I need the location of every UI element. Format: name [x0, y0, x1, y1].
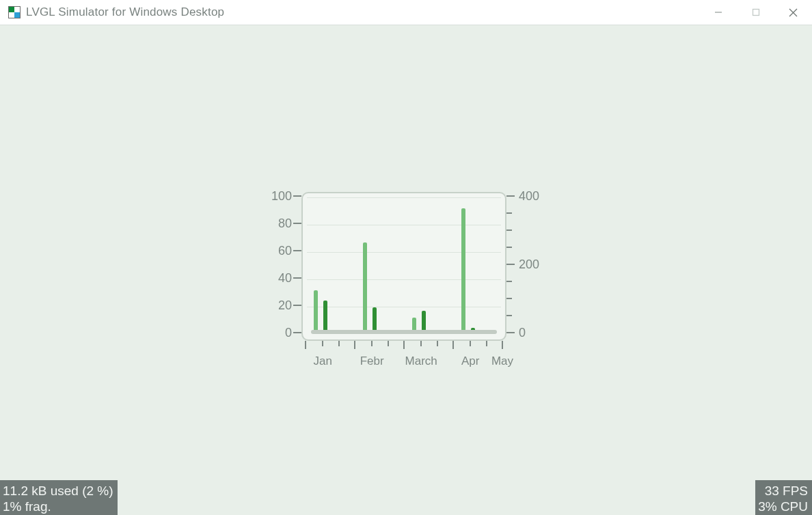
y-axis-left: 020406080100 — [256, 192, 301, 341]
chart-plot-area[interactable] — [301, 192, 506, 341]
y-left-tick-label: 100 — [271, 189, 292, 204]
x-tick-label: Jan — [313, 354, 331, 368]
y-left-tick-label: 0 — [285, 326, 292, 340]
bar-series2 — [422, 311, 426, 331]
y-right-tick-label: 400 — [519, 189, 539, 204]
y-left-tick-label: 20 — [278, 298, 292, 313]
x-tick-label: March — [405, 354, 437, 368]
bar-series1 — [412, 318, 416, 331]
y-left-tick-label: 40 — [278, 271, 292, 286]
x-axis: JanFebrMarchAprMay — [301, 341, 506, 389]
y-right-tick-label: 200 — [519, 258, 539, 272]
svg-rect-1 — [753, 10, 759, 16]
close-button[interactable] — [774, 0, 812, 25]
bar-series1 — [461, 208, 465, 331]
chart-scrollbar[interactable] — [311, 330, 497, 334]
window-title: LVGL Simulator for Windows Desktop — [26, 5, 224, 19]
cpu-line: 3% CPU — [758, 499, 808, 514]
x-tick-label: Febr — [360, 354, 384, 368]
app-icon — [8, 6, 21, 18]
memory-used: 11.2 kB used (2 %) — [3, 483, 113, 499]
bar-series1 — [363, 242, 367, 331]
y-axis-right: 0200400 — [506, 192, 561, 341]
bar-series2 — [323, 301, 327, 331]
y-left-tick-label: 80 — [278, 217, 292, 231]
y-left-tick-label: 60 — [278, 244, 292, 258]
perf-hud: 33 FPS 3% CPU — [755, 480, 812, 515]
maximize-button[interactable] — [737, 0, 774, 25]
bar-series1 — [314, 290, 318, 331]
fps-line: 33 FPS — [758, 483, 808, 499]
memory-frag: 1% frag. — [3, 499, 113, 514]
y-right-tick-label: 0 — [519, 326, 526, 340]
x-tick-label: May — [491, 354, 513, 368]
window-titlebar: LVGL Simulator for Windows Desktop — [0, 0, 812, 25]
bar-series2 — [373, 307, 377, 331]
memory-hud: 11.2 kB used (2 %) 1% frag. — [0, 480, 118, 515]
client-area: 020406080100 0200400 JanFebrMarchAprMay … — [0, 25, 812, 515]
x-tick-label: Apr — [461, 354, 479, 368]
minimize-button[interactable] — [699, 0, 737, 25]
